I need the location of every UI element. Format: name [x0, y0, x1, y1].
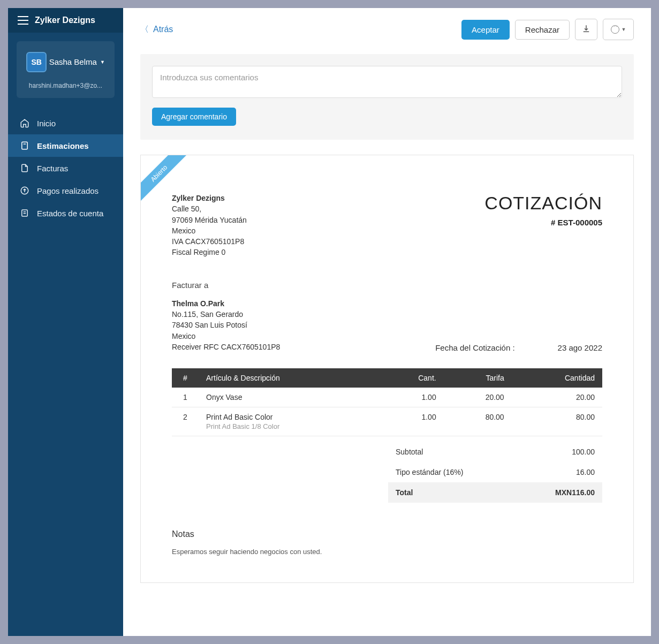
- customer-country: Mexico: [172, 331, 280, 342]
- cell-qty: 1.00: [377, 388, 444, 407]
- cell-amount: 80.00: [512, 407, 602, 436]
- sidebar-item-statements[interactable]: Estados de cuenta: [8, 202, 123, 224]
- sidebar-item-label: Pagos realizados: [37, 186, 99, 195]
- company-fiscal-regime: Fiscal Regime 0: [172, 247, 247, 257]
- brand-name: Zylker Dezigns: [35, 16, 95, 25]
- company-address-line2: 97069 Mérida Yucatán: [172, 215, 247, 225]
- calculator-icon: [20, 141, 29, 150]
- grand-total-value: MXN116.00: [555, 488, 595, 497]
- caret-down-icon: ▼: [622, 27, 626, 32]
- topbar: 〈 Atrás Aceptar Rechazar ▼: [123, 8, 651, 49]
- document-icon: [20, 163, 29, 173]
- customer-address-line1: No.115, San Gerardo: [172, 309, 280, 320]
- subtotal-row: Subtotal 100.00: [388, 442, 602, 462]
- profile-card: SB Sasha Belma ▼ harshini.madhan+3@zo...: [17, 41, 115, 98]
- customer-name: Thelma O.Park: [172, 298, 280, 309]
- document-title: COTIZACIÓN: [484, 193, 602, 214]
- comment-section: Agregar comentario: [140, 54, 634, 140]
- bill-to-section: Facturar a Thelma O.Park No.115, San Ger…: [172, 281, 602, 352]
- app-root: Zylker Dezigns SB Sasha Belma ▼ harshini…: [8, 8, 651, 636]
- notes-text: Esperamos seguir haciendo negocios con u…: [172, 548, 602, 556]
- list-icon: [20, 208, 29, 218]
- company-tax-id: IVA CACX7605101P8: [172, 236, 247, 247]
- document-date-value: 23 ago 2022: [558, 343, 602, 352]
- sidebar-item-home[interactable]: Inicio: [8, 112, 123, 134]
- subtotal-value: 100.00: [572, 448, 595, 456]
- back-label: Atrás: [153, 25, 173, 34]
- document-date-label: Fecha del Cotización :: [435, 343, 514, 352]
- th-qty: Cant.: [377, 368, 444, 388]
- sidebar-header: Zylker Dezigns: [8, 8, 123, 33]
- download-icon: [581, 24, 591, 35]
- home-icon: [20, 118, 29, 128]
- cell-amount: 20.00: [512, 388, 602, 407]
- sidebar-item-label: Estados de cuenta: [37, 209, 103, 218]
- accept-button[interactable]: Aceptar: [461, 20, 510, 40]
- grand-total-row: Total MXN116.00: [388, 482, 602, 503]
- sidebar-item-payments[interactable]: Pagos realizados: [8, 179, 123, 202]
- caret-down-icon: ▼: [100, 59, 105, 65]
- profile-name-text: Sasha Belma: [49, 57, 97, 66]
- cell-rate: 20.00: [444, 388, 512, 407]
- tax-value: 16.00: [576, 468, 595, 476]
- sidebar-item-label: Facturas: [37, 164, 68, 173]
- document-date-row: Fecha del Cotización : 23 ago 2022: [435, 343, 602, 352]
- estimate-document: Abierto Zylker Dezigns Calle 50, 97069 M…: [140, 155, 634, 583]
- cell-description: Onyx Vase: [199, 388, 377, 407]
- tax-label: Tipo estándar (16%): [396, 468, 463, 476]
- document-title-block: COTIZACIÓN # EST-000005: [484, 193, 602, 227]
- subtotal-label: Subtotal: [396, 448, 423, 456]
- topbar-actions: Aceptar Rechazar ▼: [461, 19, 634, 40]
- comment-input[interactable]: [152, 66, 622, 98]
- cell-num: 1: [172, 388, 199, 407]
- line-items-table: # Artículo & Descripción Cant. Tarifa Ca…: [172, 368, 602, 436]
- hamburger-icon[interactable]: [18, 16, 28, 25]
- th-num: #: [172, 368, 199, 388]
- download-button[interactable]: [575, 19, 597, 40]
- sidebar-item-estimates[interactable]: Estimaciones: [8, 134, 123, 157]
- reject-button[interactable]: Rechazar: [515, 20, 570, 40]
- customer-rfc: Receiver RFC CACX7605101P8: [172, 342, 280, 352]
- document-header: Zylker Dezigns Calle 50, 97069 Mérida Yu…: [172, 193, 602, 258]
- cell-qty: 1.00: [377, 407, 444, 436]
- sidebar-item-label: Inicio: [37, 119, 56, 128]
- more-actions-button[interactable]: ▼: [603, 19, 634, 40]
- customer-address-line2: 78430 San Luis Potosí: [172, 320, 280, 330]
- main-content: 〈 Atrás Aceptar Rechazar ▼ Agregar comen…: [123, 8, 651, 636]
- sidebar: Zylker Dezigns SB Sasha Belma ▼ harshini…: [8, 8, 123, 636]
- company-address-line1: Calle 50,: [172, 203, 247, 214]
- document-number: # EST-000005: [484, 218, 602, 227]
- tax-row: Tipo estándar (16%) 16.00: [388, 462, 602, 482]
- chevron-left-icon: 〈: [140, 24, 149, 35]
- status-ribbon: Abierto: [141, 155, 189, 203]
- ellipsis-icon: [611, 25, 619, 34]
- profile-name-dropdown[interactable]: Sasha Belma ▼: [49, 57, 105, 66]
- bill-to-label: Facturar a: [172, 281, 602, 290]
- back-link[interactable]: 〈 Atrás: [140, 24, 173, 35]
- th-description: Artículo & Descripción: [199, 368, 377, 388]
- sidebar-nav: Inicio Estimaciones Facturas Pagos reali…: [8, 112, 123, 224]
- totals-block: Subtotal 100.00 Tipo estándar (16%) 16.0…: [388, 442, 602, 503]
- th-amount: Cantidad: [512, 368, 602, 388]
- cell-num: 2: [172, 407, 199, 436]
- notes-label: Notas: [172, 529, 602, 539]
- grand-total-label: Total: [396, 488, 413, 497]
- table-row: 1Onyx Vase1.0020.0020.00: [172, 388, 602, 407]
- customer-block: Thelma O.Park No.115, San Gerardo 78430 …: [172, 298, 280, 352]
- svg-rect-0: [22, 142, 28, 149]
- cell-rate: 80.00: [444, 407, 512, 436]
- sidebar-item-label: Estimaciones: [37, 141, 89, 150]
- profile-email: harshini.madhan+3@zo...: [22, 82, 109, 89]
- cell-description: Print Ad Basic ColorPrint Ad Basic 1/8 C…: [199, 407, 377, 436]
- table-row: 2Print Ad Basic ColorPrint Ad Basic 1/8 …: [172, 407, 602, 436]
- upload-icon: [20, 186, 29, 195]
- sidebar-item-invoices[interactable]: Facturas: [8, 157, 123, 179]
- avatar: SB: [26, 52, 47, 72]
- company-country: Mexico: [172, 225, 247, 236]
- status-ribbon-label: Abierto: [141, 155, 189, 203]
- item-sub-description: Print Ad Basic 1/8 Color: [206, 422, 370, 430]
- th-rate: Tarifa: [444, 368, 512, 388]
- add-comment-button[interactable]: Agregar comentario: [152, 108, 236, 126]
- notes-section: Notas Esperamos seguir haciendo negocios…: [172, 529, 602, 556]
